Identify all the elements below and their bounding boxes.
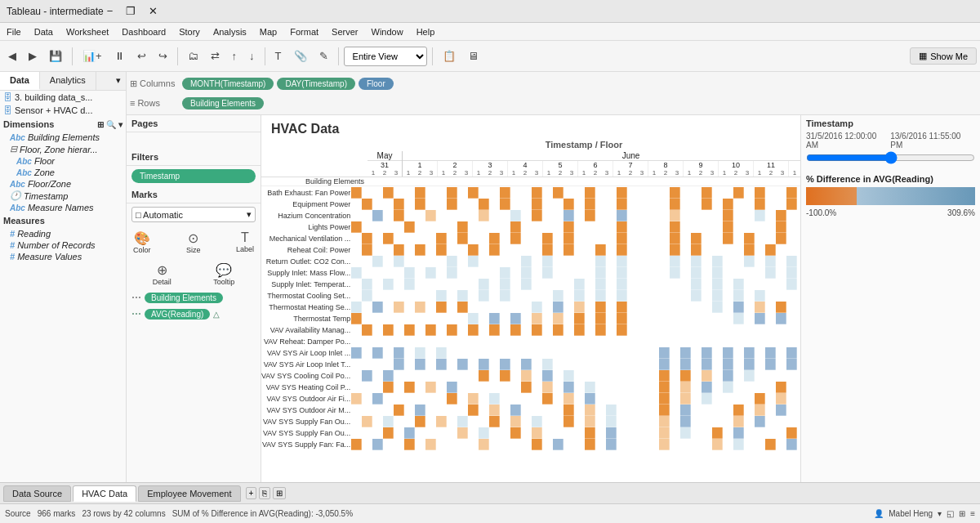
heatmap-cell[interactable] [765, 313, 776, 324]
heatmap-cell[interactable] [786, 336, 797, 347]
heatmap-cell[interactable] [776, 313, 786, 324]
heatmap-cell[interactable] [733, 336, 744, 347]
heatmap-cell[interactable] [744, 302, 755, 313]
heatmap-cell[interactable] [489, 405, 500, 416]
heatmap-cell[interactable] [648, 405, 659, 416]
heatmap-cell[interactable] [744, 256, 755, 267]
heatmap-cell[interactable] [712, 279, 723, 290]
heatmap-cell[interactable] [415, 221, 425, 233]
heatmap-cell[interactable] [680, 290, 691, 302]
heatmap-cell[interactable] [744, 244, 755, 256]
heatmap-cell[interactable] [372, 427, 383, 439]
heatmap-cell[interactable] [638, 393, 648, 405]
heatmap-cell[interactable] [510, 439, 521, 450]
heatmap-cell[interactable] [425, 347, 436, 359]
heatmap-cell[interactable] [606, 370, 617, 382]
heatmap-cell[interactable] [404, 279, 415, 290]
heatmap-cell[interactable] [744, 382, 755, 393]
heatmap-cell[interactable] [447, 313, 457, 324]
heatmap-cell[interactable] [648, 439, 659, 450]
heatmap-cell[interactable] [479, 416, 489, 427]
heatmap-cell[interactable] [702, 256, 712, 267]
dim-floor[interactable]: Abc Floor [0, 155, 126, 167]
heatmap-cell[interactable] [595, 393, 606, 405]
menu-window[interactable]: Window [365, 25, 410, 38]
heatmap-cell[interactable] [553, 382, 564, 393]
heatmap-cell[interactable] [510, 279, 521, 290]
heatmap-cell[interactable] [362, 244, 372, 256]
heatmap-cell[interactable] [617, 279, 627, 290]
copy-sheet-btn[interactable]: ⎘ [259, 487, 270, 499]
heatmap-cell[interactable] [733, 256, 744, 267]
heatmap-cell[interactable] [372, 347, 383, 359]
heatmap-cell[interactable] [425, 210, 436, 221]
dropdown-user-arrow[interactable]: ▾ [938, 509, 942, 518]
heatmap-cell[interactable] [733, 347, 744, 359]
heatmap-cell[interactable] [468, 279, 479, 290]
heatmap-cell[interactable] [755, 359, 765, 370]
heatmap-cell[interactable] [648, 267, 659, 279]
heatmap-cell[interactable] [733, 405, 744, 416]
heatmap-cell[interactable] [574, 267, 585, 279]
heatmap-cell[interactable] [510, 210, 521, 221]
heatmap-cell[interactable] [404, 359, 415, 370]
heatmap-cell[interactable] [489, 347, 500, 359]
heatmap-cell[interactable] [404, 324, 415, 336]
heatmap-cell[interactable] [680, 382, 691, 393]
heatmap-cell[interactable] [680, 199, 691, 210]
heatmap-cell[interactable] [404, 405, 415, 416]
heatmap-cell[interactable] [648, 187, 659, 199]
heatmap-cell[interactable] [755, 233, 765, 244]
heatmap-cell[interactable] [595, 416, 606, 427]
heatmap-cell[interactable] [606, 279, 617, 290]
heatmap-cell[interactable] [468, 382, 479, 393]
heatmap-cell[interactable] [595, 279, 606, 290]
heatmap-cell[interactable] [585, 187, 595, 199]
heatmap-cell[interactable] [489, 370, 500, 382]
heatmap-cell[interactable] [765, 427, 776, 439]
heatmap-cell[interactable] [659, 290, 670, 302]
heatmap-cell[interactable] [500, 405, 510, 416]
heatmap-cell[interactable] [659, 199, 670, 210]
heatmap-cell[interactable] [702, 267, 712, 279]
heatmap-cell[interactable] [585, 324, 595, 336]
heatmap-cell[interactable] [436, 359, 447, 370]
heatmap-cell[interactable] [542, 199, 553, 210]
heatmap-cell[interactable] [680, 302, 691, 313]
heatmap-cell[interactable] [691, 393, 702, 405]
heatmap-cell[interactable] [574, 393, 585, 405]
heatmap-cell[interactable] [765, 359, 776, 370]
dim-timestamp[interactable]: 🕐 Timestamp [0, 190, 126, 202]
heatmap-cell[interactable] [500, 439, 510, 450]
heatmap-cell[interactable] [468, 416, 479, 427]
heatmap-cell[interactable] [712, 347, 723, 359]
heatmap-cell[interactable] [648, 210, 659, 221]
heatmap-cell[interactable] [776, 221, 786, 233]
heatmap-cell[interactable] [500, 290, 510, 302]
heatmap-cell[interactable] [415, 405, 425, 416]
measures-header[interactable]: Measures [0, 213, 126, 228]
heatmap-cell[interactable] [564, 302, 574, 313]
heatmap-cell[interactable] [383, 256, 394, 267]
heatmap-cell[interactable] [776, 416, 786, 427]
heatmap-cell[interactable] [776, 393, 786, 405]
heatmap-cell[interactable] [627, 416, 638, 427]
heatmap-cell[interactable] [755, 382, 765, 393]
heatmap-cell[interactable] [447, 302, 457, 313]
heatmap-cell[interactable] [436, 393, 447, 405]
heatmap-cell[interactable] [670, 256, 680, 267]
heatmap-cell[interactable] [617, 336, 627, 347]
heatmap-cell[interactable] [468, 336, 479, 347]
heatmap-cell[interactable] [457, 336, 468, 347]
heatmap-cell[interactable] [744, 279, 755, 290]
heatmap-cell[interactable] [351, 290, 362, 302]
heatmap-cell[interactable] [383, 221, 394, 233]
heatmap-cell[interactable] [564, 199, 574, 210]
heatmap-cell[interactable] [383, 336, 394, 347]
heatmap-cell[interactable] [733, 187, 744, 199]
heatmap-cell[interactable] [415, 336, 425, 347]
heatmap-cell[interactable] [404, 210, 415, 221]
marks-label-btn[interactable]: T Label [234, 229, 256, 256]
heatmap-cell[interactable] [595, 347, 606, 359]
heatmap-cell[interactable] [564, 279, 574, 290]
